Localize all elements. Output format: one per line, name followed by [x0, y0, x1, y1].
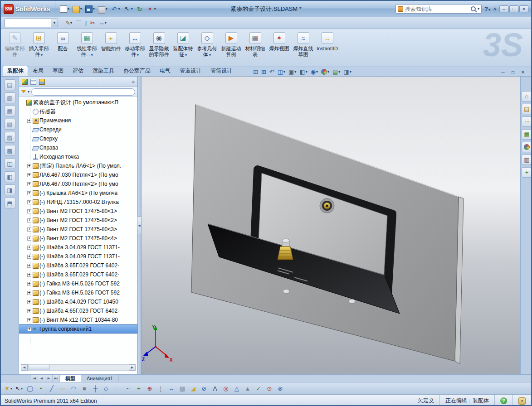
tree-item[interactable]: (-) Шайба 3.04.029 ГОСТ 11371-	[19, 252, 137, 261]
tree-item[interactable]: Исходная точка	[19, 152, 137, 161]
sketch-tool-button[interactable]: ✂	[89, 18, 97, 28]
expand-toggle[interactable]	[27, 209, 31, 213]
tree-filter-input[interactable]	[31, 88, 135, 96]
filter-tool-button[interactable]: ¦	[156, 384, 165, 393]
quick-tool-button[interactable]	[110, 4, 121, 14]
sketch-tool-button[interactable]: ⌒	[74, 18, 83, 28]
tree-item[interactable]: (-) Шайба 3.65Г.029 ГОСТ 6402-	[19, 270, 137, 279]
ribbon-button[interactable]: + 智能扣件	[99, 30, 123, 67]
view-tool-button[interactable]: ▣	[288, 68, 297, 76]
quick-tool-button[interactable]	[59, 4, 70, 14]
command-tab[interactable]: 布局	[28, 66, 48, 76]
tree-item[interactable]: (-) Шайба 4.65Г.029 ГОСТ 6402-	[19, 306, 137, 315]
task-pane-button[interactable]: ▤	[522, 104, 532, 114]
left-dock-tool-button[interactable]: ◧	[5, 171, 15, 182]
filter-tool-button[interactable]: ⊗	[276, 384, 285, 393]
tree-item[interactable]: (-) Шайба 3.04.029 ГОСТ 11371-	[19, 243, 137, 252]
task-pane-button[interactable]: ▦	[522, 129, 532, 140]
tree-item[interactable]: (-) Винт М2 ГОСТ 17475-80<1>	[19, 207, 137, 216]
left-dock-tool-button[interactable]: ▩	[5, 145, 15, 156]
expand-toggle[interactable]	[27, 227, 31, 232]
expand-toggle[interactable]	[27, 119, 31, 123]
command-tab[interactable]: 装配体	[3, 66, 28, 76]
expand-toggle[interactable]	[27, 200, 31, 204]
command-tab[interactable]: 办公室产品	[119, 66, 155, 76]
ribbon-button[interactable]: ▦ 材料明细表	[243, 30, 267, 67]
search-icon[interactable]	[471, 6, 476, 11]
filter-tool-button[interactable]: ▼	[4, 384, 13, 393]
filter-tool-button[interactable]: ↖	[15, 384, 24, 393]
task-pane-button[interactable]: ⌂	[522, 91, 532, 102]
expand-toggle[interactable]	[27, 318, 31, 322]
view-tool-button[interactable]: ⊡	[252, 68, 259, 76]
filter-tool-button[interactable]: A	[210, 384, 220, 393]
tips-toggle-icon[interactable]: ✦	[518, 397, 526, 405]
quick-tool-button[interactable]	[122, 4, 134, 14]
ribbon-button[interactable]: ≈ 爆炸直线草图	[291, 30, 315, 67]
tree-item[interactable]: Спереди	[19, 125, 137, 134]
tree-item[interactable]: (固定) Панель ЛА6<1> (По умол.	[19, 161, 137, 170]
expand-toggle[interactable]	[27, 291, 31, 295]
filter-tool-button[interactable]: ◢	[189, 384, 198, 393]
filter-tool-button[interactable]: ■	[80, 384, 89, 393]
tree-item[interactable]: 紧凑的盖子设计 (По умолчанию<П	[19, 98, 137, 107]
combo-dropdown-icon[interactable]: ▾	[51, 19, 58, 27]
viewport-3d[interactable]: Y X Z	[142, 77, 521, 374]
search-input[interactable]	[405, 6, 469, 12]
filter-dropdown-icon[interactable]: ▾	[28, 90, 29, 94]
scrollbar-thumb[interactable]	[29, 365, 49, 370]
ribbon-button[interactable]: ✎ 编辑零部件	[3, 30, 27, 67]
search-dropdown-icon[interactable]: ▾	[478, 7, 479, 11]
document-window-button[interactable]: ✕	[519, 70, 527, 75]
document-window-button[interactable]: □	[509, 70, 517, 75]
tree-item[interactable]: (-) Шайба 4.04.029 ГОСТ 10450	[19, 297, 137, 306]
filter-tool-button[interactable]: ▲	[243, 384, 252, 393]
tab-nav-button[interactable]: |◀	[31, 375, 38, 382]
task-pane-button[interactable]: ▱	[522, 116, 532, 127]
quick-tool-button[interactable]	[146, 4, 157, 14]
quick-tool-button[interactable]	[135, 4, 144, 14]
filter-tool-button[interactable]: •	[36, 384, 45, 393]
expand-toggle[interactable]	[27, 164, 31, 168]
expand-toggle[interactable]	[27, 110, 31, 114]
filter-tool-button[interactable]: ⊕	[145, 384, 154, 393]
left-dock-tool-button[interactable]: ▥	[5, 92, 15, 103]
expand-toggle[interactable]	[27, 246, 31, 250]
view-tool-button[interactable]: ↶	[268, 68, 275, 76]
filter-funnel-icon[interactable]	[21, 90, 26, 93]
view-tool-button[interactable]: ◉	[310, 68, 319, 76]
filter-tool-button[interactable]: ◎	[221, 384, 230, 393]
view-tool-button[interactable]: ▤	[332, 68, 341, 76]
tree-item[interactable]: (-) Шайба 3.65Г.029 ГОСТ 6402-	[19, 261, 137, 270]
expand-toggle[interactable]	[27, 273, 31, 277]
window-button[interactable]: ─	[499, 5, 508, 12]
document-window-button[interactable]: ─	[499, 70, 507, 75]
command-tab[interactable]: 渲染工具	[88, 66, 119, 76]
quick-tool-button[interactable]	[97, 4, 108, 14]
task-pane-button[interactable]: ▥	[522, 155, 532, 165]
tree-item[interactable]: 传感器	[19, 107, 137, 116]
expand-toggle[interactable]	[27, 218, 31, 222]
tree-item[interactable]: (-) Гайка М3-6Н.5.026 ГОСТ 592	[19, 279, 137, 288]
sketch-tool-button[interactable]: ✎	[64, 18, 73, 28]
view-tool-button[interactable]	[320, 68, 330, 76]
view-tool-button[interactable]: ◫	[277, 68, 286, 76]
filter-tool-button[interactable]: ▱	[58, 384, 67, 393]
filter-tool-button[interactable]: ~	[123, 384, 132, 393]
filter-tool-button[interactable]: ↔	[167, 384, 176, 393]
tree-item[interactable]: (-) Крышка ЛА6<1> (По умолча	[19, 188, 137, 198]
filter-tool-button[interactable]: ∙	[112, 384, 122, 393]
filter-tool-button[interactable]: △	[232, 384, 241, 393]
header-more-icon[interactable]: »	[132, 79, 135, 84]
bushing-part[interactable]	[320, 198, 334, 213]
ribbon-button[interactable]: ▦ 线性零部件...	[75, 30, 99, 67]
manager-tab-icon[interactable]	[30, 79, 36, 85]
expand-toggle[interactable]	[27, 182, 31, 186]
ribbon-button[interactable]: ◪ 装配体特征	[171, 30, 195, 67]
ribbon-button[interactable]: ◇ 参考几何体	[195, 30, 219, 67]
quick-tool-button[interactable]	[84, 4, 96, 14]
sketch-tool-button[interactable]: ↔	[98, 18, 108, 28]
ribbon-button[interactable]: ⊞ 插入零部件	[27, 30, 51, 67]
manager-tab-icon[interactable]	[48, 79, 54, 85]
tree-item[interactable]: (-) Гайка М3-6Н.5.026 ГОСТ 592	[19, 288, 137, 297]
